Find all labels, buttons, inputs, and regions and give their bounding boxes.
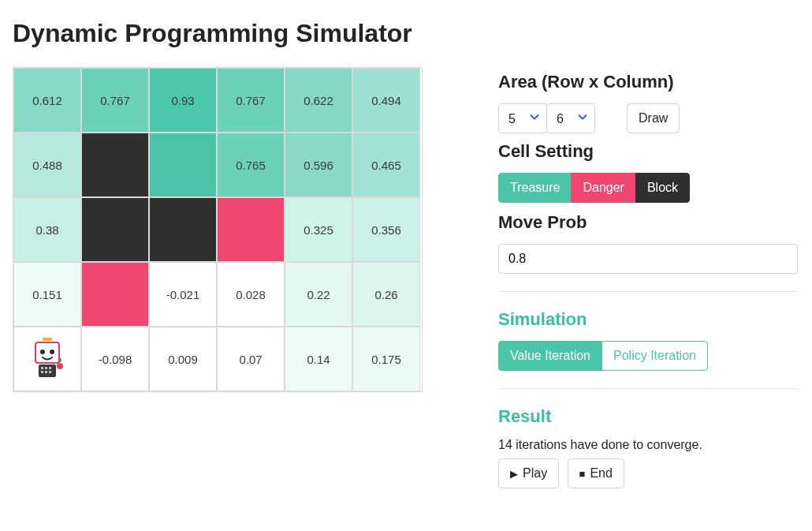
grid-cell[interactable]: 0.765 [217, 133, 285, 197]
grid-cell[interactable] [149, 197, 217, 262]
cell-setting-title: Cell Setting [498, 141, 798, 162]
svg-rect-10 [49, 371, 51, 373]
grid-cell[interactable]: 0.612 [13, 68, 81, 133]
grid-cell[interactable]: 0.767 [217, 68, 285, 133]
robot-icon [28, 336, 67, 382]
grid-cell[interactable] [81, 197, 149, 262]
end-label: End [590, 466, 612, 481]
grid-cell[interactable]: 0.356 [352, 197, 420, 262]
value-grid[interactable]: 0.6120.7670.930.7670.6220.4940.4880.7650… [13, 67, 423, 392]
divider [498, 291, 798, 292]
divider [498, 388, 798, 389]
end-button[interactable]: ■End [568, 458, 624, 488]
svg-rect-7 [49, 367, 51, 369]
move-prob-title: Move Prob [498, 212, 798, 233]
grid-cell[interactable]: -0.021 [149, 262, 217, 327]
svg-rect-6 [45, 367, 47, 369]
grid-cell[interactable] [149, 133, 217, 197]
move-prob-input[interactable] [498, 244, 798, 274]
robot-cell[interactable] [13, 327, 81, 391]
cols-select[interactable]: 6 [546, 103, 595, 133]
grid-cell[interactable]: 0.028 [217, 262, 285, 327]
grid-cell[interactable]: 0.93 [149, 68, 217, 133]
page-title: Dynamic Programming Simulator [13, 19, 799, 48]
play-label: Play [523, 466, 547, 481]
svg-rect-5 [41, 367, 43, 369]
svg-point-2 [40, 350, 45, 354]
policy-iteration-button[interactable]: Policy Iteration [602, 341, 708, 371]
grid-cell[interactable]: -0.098 [81, 327, 149, 391]
svg-rect-8 [41, 371, 43, 373]
grid-cell[interactable]: 0.488 [13, 133, 81, 197]
grid-cell[interactable]: 0.07 [217, 327, 285, 391]
grid-cell[interactable] [217, 197, 285, 262]
grid-cell[interactable] [81, 262, 149, 327]
grid-cell[interactable]: 0.767 [81, 68, 149, 133]
area-title: Area (Row x Column) [498, 72, 798, 92]
grid-cell[interactable]: 0.494 [352, 68, 420, 133]
play-button[interactable]: ▶Play [498, 458, 559, 488]
svg-point-11 [57, 363, 63, 369]
grid-cell[interactable]: 0.26 [352, 262, 420, 327]
grid-cell[interactable]: 0.465 [352, 133, 420, 197]
grid-cell[interactable]: 0.151 [13, 262, 81, 327]
block-button[interactable]: Block [635, 173, 690, 203]
svg-rect-9 [45, 371, 47, 373]
rows-select[interactable]: 5 [498, 103, 547, 133]
grid-cell[interactable]: 0.14 [285, 327, 352, 391]
grid-cell[interactable]: 0.325 [285, 197, 352, 262]
grid-cell[interactable]: 0.622 [285, 68, 352, 133]
grid-cell[interactable]: 0.596 [285, 133, 352, 197]
simulation-title: Simulation [498, 309, 798, 330]
svg-rect-0 [43, 338, 52, 341]
value-iteration-button[interactable]: Value Iteration [498, 341, 602, 371]
stop-icon: ■ [579, 469, 586, 479]
result-text: 14 iterations have done to converge. [498, 438, 798, 452]
danger-button[interactable]: Danger [571, 173, 635, 203]
result-title: Result [498, 406, 798, 427]
grid-cell[interactable]: 0.22 [285, 262, 352, 327]
treasure-button[interactable]: Treasure [498, 173, 572, 203]
grid-cell[interactable]: 0.38 [13, 197, 81, 262]
grid-cell[interactable]: 0.175 [352, 327, 420, 391]
play-icon: ▶ [510, 469, 518, 479]
grid-cell[interactable] [81, 133, 149, 197]
svg-point-3 [50, 350, 54, 354]
grid-cell[interactable]: 0.009 [149, 327, 217, 391]
draw-button[interactable]: Draw [627, 103, 680, 133]
